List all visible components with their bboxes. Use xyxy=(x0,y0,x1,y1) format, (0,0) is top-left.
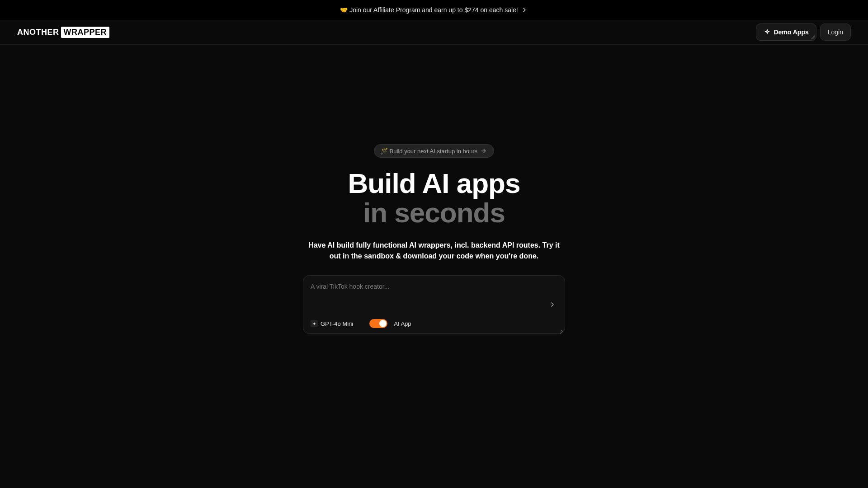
prompt-controls: ✦ GPT-4o Mini AI App xyxy=(311,319,557,328)
chevron-down-icon xyxy=(356,320,363,327)
chevron-right-icon xyxy=(549,301,556,308)
ai-app-toggle-label: AI App xyxy=(394,320,411,327)
affiliate-announcement[interactable]: 🤝 Join our Affiliate Program and earn up… xyxy=(0,0,868,20)
logo[interactable]: ANOTHER WRAPPER xyxy=(17,27,109,38)
model-selector[interactable]: ✦ GPT-4o Mini xyxy=(311,320,363,327)
logo-text-left: ANOTHER xyxy=(17,28,59,37)
login-button[interactable]: Login xyxy=(820,23,851,41)
header-actions: Demo Apps Login xyxy=(756,23,851,41)
hero-title-line2: in seconds xyxy=(348,198,520,227)
hero-pill-text: 🪄 Build your next AI startup in hours xyxy=(381,148,477,155)
arrow-right-icon xyxy=(480,147,487,155)
prompt-input[interactable] xyxy=(311,283,539,314)
submit-prompt-button[interactable] xyxy=(547,299,558,310)
site-header: ANOTHER WRAPPER Demo Apps Login xyxy=(0,20,868,45)
hero-section: 🪄 Build your next AI startup in hours Bu… xyxy=(0,144,868,334)
announcement-text: 🤝 Join our Affiliate Program and earn up… xyxy=(340,6,518,14)
resize-handle[interactable] xyxy=(558,327,563,332)
demo-apps-label: Demo Apps xyxy=(774,28,808,36)
hero-pill[interactable]: 🪄 Build your next AI startup in hours xyxy=(374,144,494,158)
demo-apps-button[interactable]: Demo Apps xyxy=(756,23,816,41)
chevron-right-icon xyxy=(521,6,528,14)
prompt-box: ✦ GPT-4o Mini AI App xyxy=(303,275,565,334)
hero-title-line1: Build AI apps xyxy=(348,169,520,198)
sparkle-icon xyxy=(764,28,771,36)
logo-text-right: WRAPPER xyxy=(61,27,110,38)
model-name: GPT-4o Mini xyxy=(321,320,353,327)
hero-subtitle: Have AI build fully functional AI wrappe… xyxy=(307,240,561,262)
login-label: Login xyxy=(828,28,843,36)
model-icon: ✦ xyxy=(311,320,318,327)
toggle-knob xyxy=(379,320,387,327)
ai-app-toggle[interactable] xyxy=(369,319,387,328)
hero-title: Build AI apps in seconds xyxy=(348,169,520,227)
